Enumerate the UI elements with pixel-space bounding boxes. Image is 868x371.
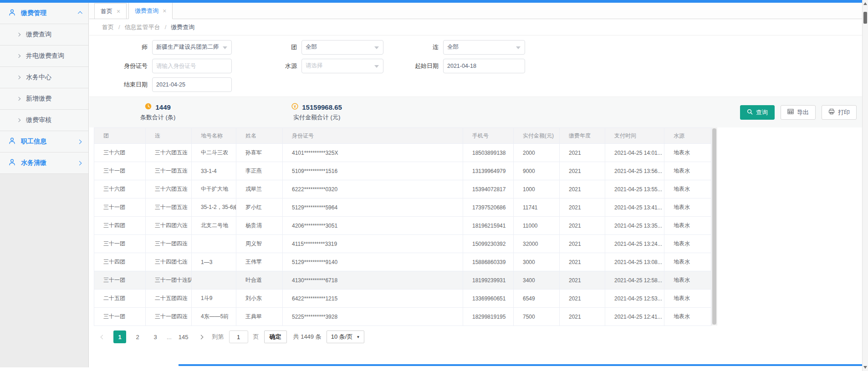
table-cell: 二十五团四连 xyxy=(146,290,192,308)
breadcrumb-home[interactable]: 首页 xyxy=(102,23,114,31)
company-label: 连 xyxy=(383,43,443,51)
sidebar-group-label: 职工信息 xyxy=(21,137,46,146)
sidebar-subitem[interactable]: 水务中心 xyxy=(0,67,88,88)
table-scrollbar[interactable] xyxy=(711,127,717,325)
page-scrollbar[interactable] xyxy=(862,0,868,371)
table-cell: 中二斗三农 xyxy=(192,144,236,162)
sidebar-group-water-clearing[interactable]: 水务清缴 xyxy=(0,152,88,174)
query-button[interactable]: 查询 xyxy=(740,105,775,120)
id-number-input[interactable] xyxy=(156,63,221,69)
company-select[interactable]: 全部 xyxy=(443,40,525,55)
table-cell: 2021 xyxy=(560,198,605,217)
table-cell: 杨贵清 xyxy=(236,217,283,235)
table-row[interactable]: 三十六团三十六团五连中干扩大地戎翠兰6222**********03201539… xyxy=(94,180,711,198)
tab-payment-query[interactable]: 缴费查询 × xyxy=(128,2,173,19)
page-scrollbar-thumb[interactable] xyxy=(863,12,867,24)
end-date-value: 2021-04-25 xyxy=(156,81,185,88)
table-cell: 4东——5前 xyxy=(192,308,236,326)
breadcrumb-platform[interactable]: 信息监管平台 xyxy=(125,23,160,31)
regiment-select[interactable]: 全部 xyxy=(301,40,383,55)
prev-page-button[interactable] xyxy=(97,330,108,343)
scroll-up-icon[interactable] xyxy=(863,2,867,5)
table-row[interactable]: 三十六团三十六团五连中二斗三农孙喜军4101**********325X1850… xyxy=(94,144,711,162)
table-row[interactable]: 三十四团三十四团七连1—3王伟苹5129**********9140158868… xyxy=(94,253,711,271)
chevron-right-icon xyxy=(17,33,20,36)
table-cell: 周义智 xyxy=(236,235,283,253)
page-button[interactable]: 3 xyxy=(149,330,162,343)
table-cell: 2021-04-25 12:53... xyxy=(605,290,664,308)
table-cell: 2021 xyxy=(560,162,605,180)
bottom-accent-line xyxy=(179,364,868,366)
sidebar-group-staff-info[interactable]: 职工信息 xyxy=(0,131,88,152)
page-size-select[interactable]: 10 条/页 ▼ xyxy=(327,330,365,343)
table-row[interactable]: 三十一团三十一团四连4东——5前王典翠5225**********3928182… xyxy=(94,308,711,326)
table-row[interactable]: 三十一团三十一团四连周义智4115**********3319150992303… xyxy=(94,235,711,253)
export-button[interactable]: 导出 xyxy=(781,105,816,120)
sidebar-subitem[interactable]: 缴费审核 xyxy=(0,110,88,131)
chevron-right-icon xyxy=(17,54,20,58)
table-cell: 6549 xyxy=(514,290,560,308)
tab-home[interactable]: 首页 × xyxy=(94,3,127,19)
page-button[interactable]: 2 xyxy=(131,330,144,343)
sidebar-subitem[interactable]: 新增缴费 xyxy=(0,88,88,110)
table-row[interactable]: 三十四团三十四团六连北支二号地杨贵清4206**********30511819… xyxy=(94,217,711,235)
page-button[interactable]: 1 xyxy=(113,330,126,343)
id-number-label: 身份证号 xyxy=(89,62,152,70)
sidebar-group-payment-management[interactable]: 缴费管理 xyxy=(0,3,88,24)
table-row[interactable]: 二十五团二十五团四连1斗9刘小东6422**********1215133699… xyxy=(94,290,711,308)
table-cell: 三十四团 xyxy=(94,217,146,235)
column-header: 团 xyxy=(94,128,146,144)
regiment-label: 团 xyxy=(232,43,301,51)
filter-form: 师 新疆生产建设兵团第二师 团 全部 连 全部 xyxy=(89,36,862,97)
payments-table-wrap: 团连地号名称姓名身份证号手机号实付金额(元)缴费年度支付时间水源 三十六团三十六… xyxy=(94,127,718,326)
table-cell: 35-1-2，35-6南1.3 xyxy=(192,198,236,217)
division-select[interactable]: 新疆生产建设兵团第二师 xyxy=(152,40,232,55)
scroll-down-icon[interactable] xyxy=(863,366,867,369)
printer-icon xyxy=(828,108,835,116)
table-cell: 地表水 xyxy=(664,253,711,271)
print-button-label: 打印 xyxy=(838,108,850,117)
table-row[interactable]: 三十一团三十一团五连35-1-2，35-6南1.3罗小红5129********… xyxy=(94,198,711,217)
tab-bar: 首页 × 缴费查询 × xyxy=(89,3,862,19)
start-date-field[interactable]: 2021-04-18 xyxy=(443,59,525,73)
table-row[interactable]: 三十一团三十一团五连33-1-4李正燕5109**********1516131… xyxy=(94,162,711,180)
table-cell: 11000 xyxy=(514,217,560,235)
table-cell xyxy=(192,235,236,253)
print-button[interactable]: 打印 xyxy=(822,105,857,120)
table-cell: 三十一团五连 xyxy=(146,162,192,180)
end-date-field[interactable]: 2021-04-25 xyxy=(152,77,232,92)
table-scrollbar-thumb[interactable] xyxy=(712,128,716,325)
table-cell: 15099230392 xyxy=(463,235,514,253)
table-cell: 2021-04-25 12:41... xyxy=(605,308,664,326)
stat-paid-amount: ¥ 15159968.65 实付金额合计 (元) xyxy=(291,103,342,122)
regiment-value: 全部 xyxy=(306,43,317,51)
page-button[interactable]: 145 xyxy=(177,330,190,343)
user-icon xyxy=(8,137,16,146)
table-cell: 33-1-4 xyxy=(192,162,236,180)
close-icon[interactable]: × xyxy=(117,8,120,15)
sidebar-subitem[interactable]: 井电缴费查询 xyxy=(0,46,88,67)
total-records: 共 1449 条 xyxy=(293,333,322,341)
column-header: 水源 xyxy=(664,128,711,144)
table-cell: 2021 xyxy=(560,144,605,162)
next-page-button[interactable] xyxy=(195,330,207,343)
table-cell: 三十一团 xyxy=(94,235,146,253)
sidebar-subitem[interactable]: 缴费查询 xyxy=(0,24,88,46)
table-cell: 3400 xyxy=(514,271,560,290)
table-cell: 李正燕 xyxy=(236,162,283,180)
table-cell: 13369960651 xyxy=(463,290,514,308)
yuan-coin-icon: ¥ xyxy=(291,103,298,111)
table-row[interactable]: 三十一团三十一团十连队叶合道4130**********671818199239… xyxy=(94,271,711,290)
breadcrumb: 首页 / 信息监管平台 / 缴费查询 xyxy=(89,19,862,36)
table-cell: 二十五团 xyxy=(94,290,146,308)
goto-page-input[interactable] xyxy=(229,330,248,343)
table-cell: 刘小东 xyxy=(236,290,283,308)
table-cell: 18196215941 xyxy=(463,217,514,235)
water-source-select[interactable]: 请选择 xyxy=(301,59,383,73)
table-cell: 2021-04-25 13:55... xyxy=(605,180,664,198)
chevron-right-icon xyxy=(17,97,20,101)
close-icon[interactable]: × xyxy=(163,8,166,14)
confirm-page-button[interactable]: 确定 xyxy=(264,330,287,343)
table-cell: 9000 xyxy=(514,162,560,180)
goto-page-label: 到第 xyxy=(212,333,224,341)
